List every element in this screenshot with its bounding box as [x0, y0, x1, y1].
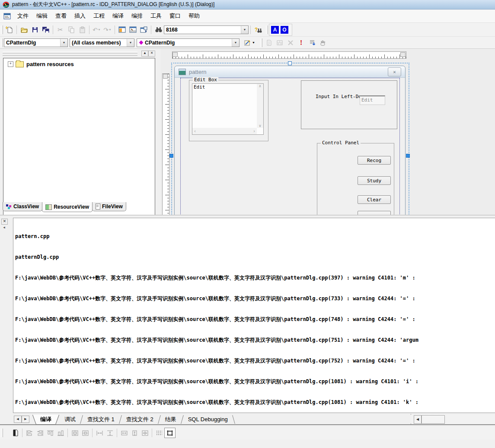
- workspace-toggle-button[interactable]: [117, 25, 128, 35]
- tab-resourceview[interactable]: ResourceView: [42, 202, 93, 212]
- class-combobox[interactable]: CPatternDlg ▼: [4, 38, 68, 47]
- build-button[interactable]: [274, 38, 285, 48]
- output-toggle-button[interactable]: [128, 25, 138, 35]
- function-combobox[interactable]: CPatternDlg ▼: [137, 38, 240, 47]
- horizontal-scrollbar[interactable]: ‹›: [192, 128, 257, 134]
- clear-button[interactable]: Clear: [358, 195, 391, 204]
- open-file-button[interactable]: [19, 25, 29, 35]
- vertical-scrollbar[interactable]: ∧∨: [257, 84, 263, 128]
- execute-program-button[interactable]: !: [296, 38, 307, 48]
- save-button[interactable]: [29, 25, 40, 35]
- hscroll-left-button[interactable]: ◀: [414, 415, 422, 424]
- find-combobox-dropdown[interactable]: ▼: [241, 26, 248, 34]
- tab-find-in-files-2[interactable]: 查找文件 2: [121, 415, 159, 424]
- recog-button[interactable]: Recog: [358, 156, 391, 165]
- menu-tools[interactable]: 工具: [147, 11, 166, 21]
- output-dock-button[interactable]: ◂: [1, 225, 7, 230]
- menu-insert[interactable]: 插入: [70, 11, 89, 21]
- tab-debug[interactable]: 调试: [59, 415, 81, 424]
- wizard-actions-button[interactable]: ▼: [242, 38, 257, 48]
- panel-close-button[interactable]: ✕: [148, 51, 155, 57]
- panel-gripper[interactable]: [3, 54, 137, 56]
- toggle-grid-button[interactable]: [154, 428, 164, 438]
- align-left-button[interactable]: [24, 428, 35, 438]
- menu-file[interactable]: 文件: [13, 11, 32, 21]
- menu-layout[interactable]: 编排: [128, 11, 147, 21]
- align-bottom-button[interactable]: [55, 428, 66, 438]
- toolbar-grip[interactable]: [266, 25, 268, 34]
- breakpoint-hand-button[interactable]: [317, 38, 328, 48]
- panel-collapse-button[interactable]: ▲: [141, 51, 148, 57]
- designed-dialog[interactable]: pattern ✕ Edit Box Edit ∧∨ ‹› Input In L…: [174, 66, 406, 215]
- menu-view[interactable]: 查看: [51, 11, 70, 21]
- designed-dialog-close-button[interactable]: ✕: [388, 67, 401, 76]
- find-combobox[interactable]: 8168 ▼: [164, 25, 249, 34]
- align-top-button[interactable]: [45, 428, 55, 438]
- hscroll-thumb[interactable]: [422, 415, 445, 424]
- tab-fileview[interactable]: FileView: [92, 202, 126, 211]
- tab-find-in-files-1[interactable]: 查找文件 1: [82, 415, 120, 424]
- same-width-button[interactable]: [119, 428, 129, 438]
- menu-edit[interactable]: 编辑: [32, 11, 51, 21]
- menu-help[interactable]: 帮助: [185, 11, 204, 21]
- tab-build[interactable]: 编译: [33, 415, 59, 424]
- tab-classview[interactable]: ClassView: [3, 202, 42, 211]
- new-file-button[interactable]: [4, 25, 15, 35]
- toolbar-grip[interactable]: [1, 429, 3, 437]
- paste-button[interactable]: [77, 25, 87, 35]
- scroll-left-icon: ‹: [194, 129, 196, 133]
- menu-build[interactable]: 编译: [109, 11, 128, 21]
- toolbar-grip[interactable]: [1, 38, 3, 47]
- study-button[interactable]: Study: [358, 176, 391, 185]
- compile-button[interactable]: [263, 38, 274, 48]
- search-in-files-button[interactable]: ?: [252, 25, 263, 35]
- chevron-down-icon: ▼: [243, 28, 246, 31]
- center-horizontal-button[interactable]: [80, 428, 90, 438]
- designed-dialog-titlebar[interactable]: pattern ✕: [175, 66, 405, 78]
- same-height-button[interactable]: [129, 428, 140, 438]
- test-dialog-button[interactable]: [10, 428, 20, 438]
- oem-mode-button[interactable]: O: [281, 26, 288, 34]
- save-all-button[interactable]: [40, 25, 51, 35]
- window-list-button[interactable]: [138, 25, 149, 35]
- input-edit-control[interactable]: Edit: [360, 95, 385, 105]
- menu-project[interactable]: 工程: [89, 11, 109, 21]
- toolbar-grip[interactable]: [260, 38, 262, 47]
- find-button[interactable]: [153, 25, 164, 35]
- menu-window[interactable]: 窗口: [166, 11, 185, 21]
- toggle-guides-button[interactable]: [164, 428, 176, 438]
- main-edit-control[interactable]: Edit ∧∨ ‹›: [192, 83, 264, 135]
- same-size-button[interactable]: [140, 428, 150, 438]
- tab-scroll-left-button[interactable]: ◀: [14, 416, 22, 423]
- selection-handle-top[interactable]: [288, 61, 292, 65]
- close-icon: ✕: [150, 51, 153, 55]
- tab-scroll-right-button[interactable]: ▶: [22, 416, 29, 423]
- ansi-mode-button[interactable]: A: [271, 26, 279, 34]
- selection-handle-left[interactable]: [169, 154, 173, 158]
- space-across-button[interactable]: [94, 428, 105, 438]
- toolbar-grip[interactable]: [1, 25, 3, 34]
- chevron-down-icon: ▼: [129, 41, 132, 44]
- partial-button[interactable]: [358, 211, 391, 215]
- dialog-editor-canvas[interactable]: pattern ✕ Edit Box Edit ∧∨ ‹› Input In L…: [161, 49, 495, 215]
- go-button[interactable]: [307, 38, 317, 48]
- space-down-button[interactable]: [105, 428, 115, 438]
- tree-item-pattern-resources[interactable]: + pattern resources: [8, 61, 155, 67]
- tab-sql-debugging[interactable]: SQL Debugging: [182, 415, 233, 424]
- guides-icon: [166, 430, 173, 436]
- copy-button[interactable]: [66, 25, 77, 35]
- stop-build-button[interactable]: [285, 38, 296, 48]
- undo-button[interactable]: ↶▼: [91, 25, 102, 35]
- align-top-icon: [47, 430, 54, 436]
- open-folder-icon: [20, 26, 28, 33]
- center-vertical-button[interactable]: [70, 428, 80, 438]
- align-right-button[interactable]: [35, 428, 45, 438]
- output-close-button[interactable]: ✕: [1, 219, 8, 225]
- redo-button[interactable]: ↷▼: [102, 25, 113, 35]
- members-combobox[interactable]: (All class members) ▼: [70, 38, 134, 47]
- cut-button[interactable]: ✂: [55, 25, 66, 35]
- tree-expand-icon[interactable]: +: [8, 61, 13, 67]
- selection-handle-right[interactable]: [406, 154, 410, 158]
- build-output-log[interactable]: pattern.cpp patternDlg.cpp F:\java\WebDB…: [13, 218, 495, 413]
- tab-results[interactable]: 结果: [160, 415, 182, 424]
